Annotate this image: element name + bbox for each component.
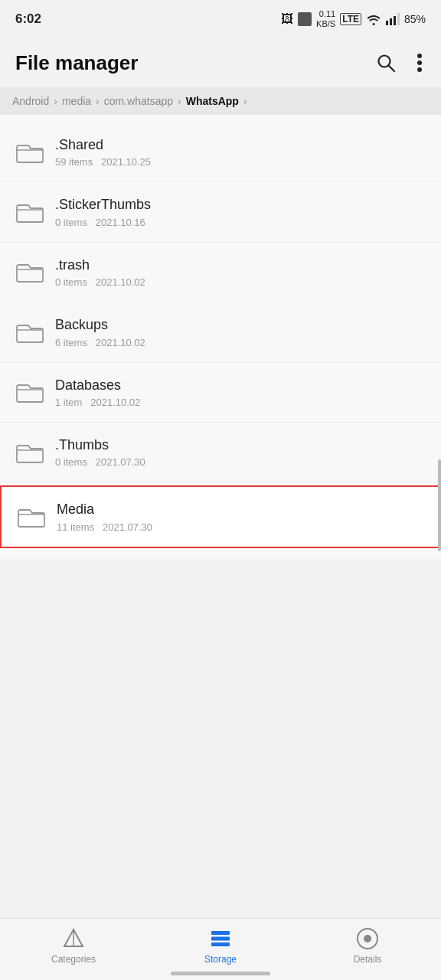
folder-trash[interactable]: .trash 0 items 2021.10.02 (0, 243, 441, 302)
svg-rect-0 (386, 21, 388, 25)
more-options-button[interactable] (413, 50, 426, 76)
svg-point-8 (417, 67, 422, 72)
folder-trash-info: .trash 0 items 2021.10.02 (55, 256, 426, 288)
search-icon (375, 52, 397, 74)
breadcrumb-sep-3: › (178, 95, 181, 107)
details-icon (355, 926, 380, 951)
folder-icon (15, 319, 44, 345)
page-title: File manager (15, 51, 138, 75)
data-speed: 0.11KB/S (316, 9, 335, 29)
breadcrumb-sep-2: › (96, 95, 100, 107)
nav-storage[interactable]: Storage (147, 926, 294, 965)
folder-databases[interactable]: Databases 1 item 2021.10.02 (0, 363, 441, 423)
folder-icon (15, 139, 44, 165)
battery-percent: 85% (404, 13, 426, 25)
folder-thumbs-name: .Thumbs (55, 436, 426, 454)
folder-databases-meta: 1 item 2021.10.02 (55, 397, 426, 408)
folder-trash-meta: 0 items 2021.10.02 (55, 276, 426, 288)
svg-rect-13 (211, 937, 230, 941)
svg-rect-12 (211, 931, 230, 935)
svg-rect-3 (397, 13, 400, 25)
folder-shared-info: .Shared 59 items 2021.10.25 (55, 136, 426, 168)
wifi-icon (366, 13, 381, 25)
breadcrumb-sep-4: › (243, 95, 247, 107)
folder-thumbs-icon-wrap (15, 439, 55, 466)
folder-thumbs-meta: 0 items 2021.07.30 (55, 456, 426, 468)
svg-rect-14 (211, 942, 230, 946)
folder-media-name: Media (57, 501, 424, 518)
svg-rect-2 (394, 16, 396, 25)
folder-media-info: Media 11 items 2021.07.30 (57, 501, 424, 532)
folder-stickerthumbs-name: .StickerThumbs (55, 196, 426, 214)
svg-line-5 (389, 66, 395, 72)
folder-icon (15, 439, 44, 466)
breadcrumb-sep-1: › (54, 95, 57, 107)
svg-point-16 (364, 935, 371, 942)
breadcrumb-whatsapp[interactable]: WhatsApp (186, 95, 239, 107)
breadcrumb-android[interactable]: Android (12, 95, 49, 107)
nav-details[interactable]: Details (294, 926, 441, 965)
folder-stickerthumbs-meta: 0 items 2021.10.16 (55, 217, 426, 228)
folder-trash-icon-wrap (15, 259, 55, 285)
svg-point-6 (417, 54, 422, 58)
more-icon (416, 53, 423, 73)
nav-categories[interactable]: Categories (0, 926, 147, 965)
status-time: 6:02 (15, 11, 41, 27)
signal-icon (386, 13, 400, 25)
folder-shared-name: .Shared (55, 136, 426, 154)
folder-media-meta: 11 items 2021.07.30 (57, 521, 424, 533)
app-header: File manager (0, 38, 441, 87)
categories-icon (61, 926, 86, 951)
bottom-nav: Categories Storage Details (0, 918, 441, 980)
folder-shared-meta: 59 items 2021.10.25 (55, 156, 426, 168)
folder-media-icon-wrap (17, 504, 57, 530)
folder-shared-icon-wrap (15, 139, 55, 165)
folder-backups-icon-wrap (15, 319, 55, 345)
breadcrumb-comwhatsapp[interactable]: com.whatsapp (104, 95, 173, 107)
svg-rect-1 (390, 18, 392, 25)
folder-stickerthumbs-icon-wrap (15, 199, 55, 225)
status-bar: 6:02 🖼 0.11KB/S LTE 85% (0, 0, 441, 38)
folder-backups-name: Backups (55, 316, 426, 334)
header-actions (372, 49, 426, 77)
search-button[interactable] (372, 49, 400, 77)
folder-databases-name: Databases (55, 377, 426, 394)
folder-trash-name: .trash (55, 256, 426, 274)
folder-icon (15, 259, 44, 285)
media-icon: 🖼 (281, 12, 293, 26)
folder-icon (17, 504, 46, 530)
folder-databases-info: Databases 1 item 2021.10.02 (55, 377, 426, 408)
nav-details-label: Details (354, 954, 382, 965)
folder-shared[interactable]: .Shared 59 items 2021.10.25 (0, 122, 441, 182)
nav-categories-label: Categories (51, 954, 96, 965)
svg-point-7 (417, 60, 422, 65)
status-icons: 🖼 0.11KB/S LTE 85% (281, 9, 426, 29)
folder-stickerthumbs[interactable]: .StickerThumbs 0 items 2021.10.16 (0, 182, 441, 242)
storage-icon (208, 926, 233, 951)
folder-backups[interactable]: Backups 6 items 2021.10.02 (0, 302, 441, 362)
folder-databases-icon-wrap (15, 379, 55, 405)
folder-thumbs-info: .Thumbs 0 items 2021.07.30 (55, 436, 426, 468)
breadcrumb: Android › media › com.whatsapp › WhatsAp… (0, 87, 441, 115)
breadcrumb-media[interactable]: media (62, 95, 91, 107)
folder-media[interactable]: Media 11 items 2021.07.30 (0, 485, 441, 547)
lte-icon: LTE (340, 13, 361, 25)
folder-list: .Shared 59 items 2021.10.25 .StickerThum… (0, 115, 441, 559)
nav-storage-label: Storage (204, 954, 237, 965)
folder-icon (15, 379, 44, 405)
folder-thumbs[interactable]: .Thumbs 0 items 2021.07.30 (0, 423, 441, 482)
folder-stickerthumbs-info: .StickerThumbs 0 items 2021.10.16 (55, 196, 426, 227)
folder-backups-meta: 6 items 2021.10.02 (55, 337, 426, 348)
folder-backups-info: Backups 6 items 2021.10.02 (55, 316, 426, 348)
home-bar (171, 972, 270, 975)
stop-icon (298, 12, 312, 26)
folder-icon (15, 199, 44, 225)
scroll-indicator[interactable] (438, 459, 441, 551)
